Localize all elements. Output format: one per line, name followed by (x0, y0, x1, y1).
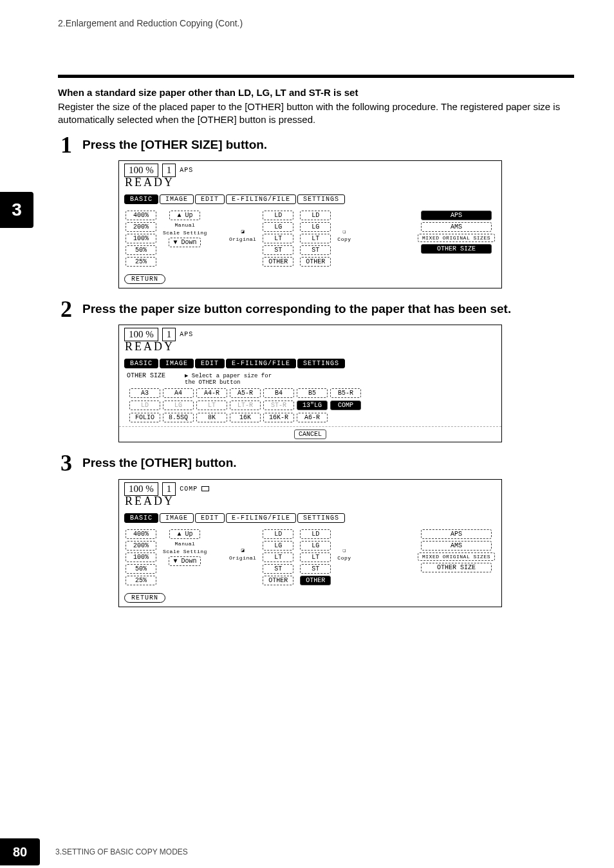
ratio-400[interactable]: 400% (126, 529, 156, 539)
ratio-50[interactable]: 50% (126, 564, 156, 574)
size-a6r[interactable]: A6-R (297, 413, 328, 422)
tab-image[interactable]: IMAGE (160, 194, 194, 204)
original-sizes: LD LG LT ST OTHER (263, 529, 293, 585)
tab-edit[interactable]: EDIT (195, 194, 225, 204)
size-16k[interactable]: 16K (230, 413, 261, 422)
status-text: READY (125, 176, 496, 189)
ratio-25[interactable]: 25% (126, 257, 156, 267)
tab-image[interactable]: IMAGE (160, 513, 194, 523)
copy-other[interactable]: OTHER (300, 257, 331, 267)
up-down-column: ▲ Up Manual Scale Setting ▼ Down (163, 529, 207, 566)
ams-button[interactable]: AMS (421, 541, 492, 551)
orig-lt[interactable]: LT (263, 552, 293, 562)
size-row-3: FOLIO 8.5SQ 8K 16K 16K-R A6-R (119, 411, 501, 424)
copy-st[interactable]: ST (300, 245, 331, 255)
other-size-button[interactable]: OTHER SIZE (421, 563, 492, 572)
aps-button[interactable]: APS (421, 211, 492, 220)
tab-image[interactable]: IMAGE (160, 359, 194, 368)
size-lt[interactable]: LT (196, 401, 227, 410)
orig-lt[interactable]: LT (263, 234, 293, 243)
tab-settings[interactable]: SETTINGS (297, 513, 345, 523)
copy-lt[interactable]: LT (300, 234, 331, 243)
copy-lg[interactable]: LG (300, 222, 331, 232)
status-text: READY (125, 495, 496, 508)
tab-edit[interactable]: EDIT (195, 359, 225, 368)
tab-edit[interactable]: EDIT (195, 513, 225, 523)
zoom-value: 100 % (124, 328, 158, 341)
size-a4r[interactable]: A4-R (196, 388, 227, 398)
ams-button[interactable]: AMS (421, 222, 492, 232)
size-85sq[interactable]: 8.5SQ (163, 413, 194, 422)
tab-basic[interactable]: BASIC (124, 513, 158, 523)
section-rule (58, 75, 574, 78)
size-a4[interactable]: A4 (163, 388, 194, 398)
mode-label: APS (180, 167, 193, 174)
cancel-button[interactable]: CANCEL (294, 429, 326, 439)
tab-settings[interactable]: SETTINGS (297, 359, 345, 368)
mixed-original-button[interactable]: MIXED ORIGINAL SIZES (418, 552, 495, 561)
up-button[interactable]: ▲ Up (169, 529, 200, 539)
step-number: 2 (58, 299, 75, 319)
ratio-400[interactable]: 400% (126, 211, 156, 220)
size-str[interactable]: ST-R (263, 401, 294, 410)
tab-efiling[interactable]: E-FILING/FILE (226, 513, 296, 523)
tab-efiling[interactable]: E-FILING/FILE (226, 194, 296, 204)
return-button[interactable]: RETURN (124, 593, 165, 603)
tab-efiling[interactable]: E-FILING/FILE (226, 359, 296, 368)
down-button[interactable]: ▼ Down (169, 556, 201, 566)
quantity-value: 1 (162, 482, 176, 496)
size-b5r[interactable]: B5-R (330, 388, 361, 398)
aps-button[interactable]: APS (421, 529, 492, 539)
size-16kr[interactable]: 16K-R (263, 413, 294, 422)
step-number: 1 (58, 135, 75, 155)
orig-ld[interactable]: LD (263, 211, 293, 220)
down-button[interactable]: ▼ Down (169, 238, 201, 247)
original-label: Original (229, 555, 256, 561)
orig-lg[interactable]: LG (263, 541, 293, 551)
size-lg[interactable]: LG (163, 401, 194, 410)
mixed-original-button[interactable]: MIXED ORIGINAL SIZES (418, 234, 495, 242)
tab-basic[interactable]: BASIC (124, 194, 158, 204)
step-2: 2 Press the paper size button correspond… (58, 299, 574, 319)
other-size-button[interactable]: OTHER SIZE (421, 244, 492, 254)
copy-lg[interactable]: LG (300, 541, 331, 551)
original-icon: ◪ (241, 547, 245, 553)
orig-ld[interactable]: LD (263, 529, 293, 539)
up-button[interactable]: ▲ Up (169, 211, 200, 220)
orig-other[interactable]: OTHER (263, 257, 293, 267)
tray-icon (201, 486, 209, 491)
size-ld[interactable]: LD (129, 401, 160, 410)
ratio-100[interactable]: 100% (126, 552, 156, 562)
size-13lg[interactable]: 13"LG (297, 401, 328, 410)
copy-st[interactable]: ST (300, 564, 331, 574)
size-b5[interactable]: B5 (297, 388, 328, 398)
tab-basic[interactable]: BASIC (124, 359, 158, 368)
size-8k[interactable]: 8K (196, 413, 227, 422)
size-comp[interactable]: COMP (330, 401, 361, 410)
breadcrumb: 2.Enlargement and Reduction Copying (Con… (58, 18, 574, 28)
ratio-200[interactable]: 200% (126, 222, 156, 232)
ratio-25[interactable]: 25% (126, 576, 156, 585)
tab-settings[interactable]: SETTINGS (297, 194, 345, 204)
copy-ld[interactable]: LD (300, 211, 331, 220)
step-title: Press the paper size button correspondin… (82, 299, 574, 317)
copy-ld[interactable]: LD (300, 529, 331, 539)
ratio-50[interactable]: 50% (126, 245, 156, 255)
size-ltr[interactable]: LT-R (230, 401, 261, 410)
orig-st[interactable]: ST (263, 564, 293, 574)
orig-other[interactable]: OTHER (263, 576, 293, 585)
ratio-200[interactable]: 200% (126, 541, 156, 551)
orig-lg[interactable]: LG (263, 222, 293, 232)
ratio-100[interactable]: 100% (126, 234, 156, 243)
size-folio[interactable]: FOLIO (129, 413, 160, 422)
copy-lt[interactable]: LT (300, 552, 331, 562)
size-a3[interactable]: A3 (129, 388, 160, 398)
section-heading: When a standard size paper other than LD… (58, 87, 574, 98)
right-column: APS AMS MIXED ORIGINAL SIZES OTHER SIZE (418, 211, 495, 254)
size-b4[interactable]: B4 (263, 388, 294, 398)
return-button[interactable]: RETURN (124, 274, 165, 284)
size-a5r[interactable]: A5-R (230, 388, 261, 398)
scale-label-2: Scale Setting (163, 230, 207, 236)
orig-st[interactable]: ST (263, 245, 293, 255)
copy-other[interactable]: OTHER (300, 576, 331, 585)
